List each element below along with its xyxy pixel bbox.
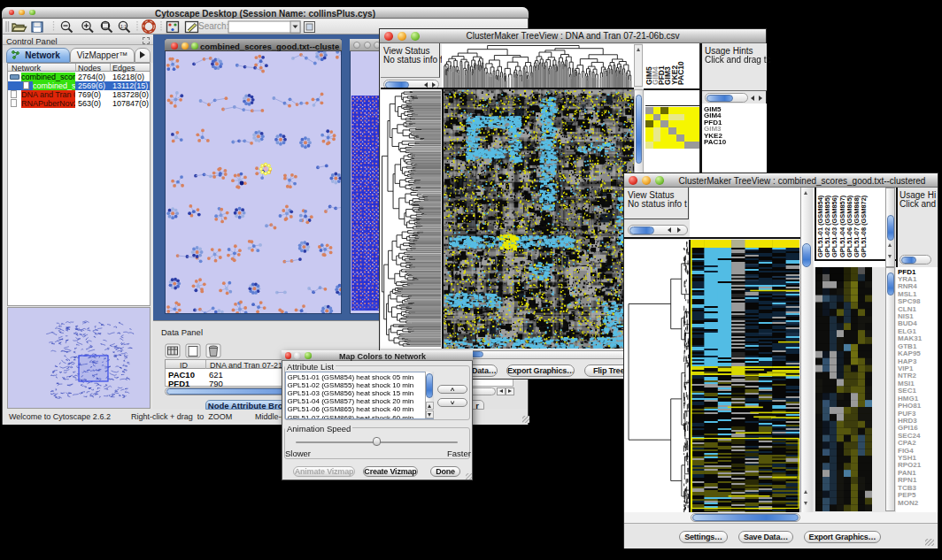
svg-text:1:1: 1:1	[120, 24, 127, 29]
svg-text:Search:: Search:	[198, 21, 228, 31]
